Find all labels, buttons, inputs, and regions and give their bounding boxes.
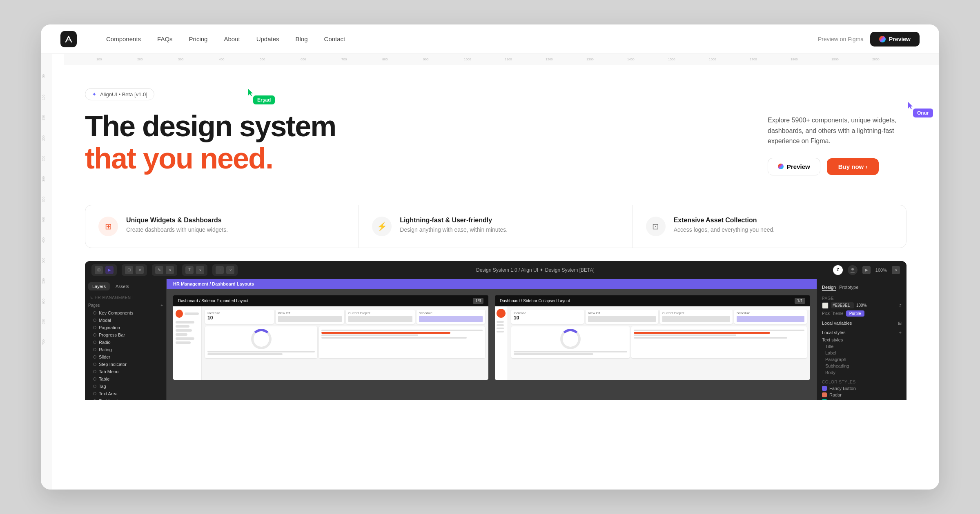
sidebar-item-9[interactable]: Table [85,375,166,383]
tab-design[interactable]: Design [822,284,836,291]
sidebar-item-0[interactable]: Key Components [85,309,166,317]
local-styles-icon[interactable]: + [899,330,902,335]
sidebar-item-10[interactable]: Tag [85,383,166,390]
sidebar-item-8[interactable]: Tab Menu [85,368,166,375]
page-color-input[interactable] [831,302,854,308]
toolbar-group-1: ⊞ ▶ [91,264,117,276]
hero-main: The design system that you need. Onur [85,110,906,175]
site-logo[interactable] [60,31,77,47]
nav-updates[interactable]: Updates [250,32,286,46]
local-styles-label: Local styles [822,330,845,335]
hero-description: Explore 5900+ components, unique widgets… [768,115,906,146]
canvas-frame-1: Dashboard / Sidebar Expanded Layout 1/3 [173,295,488,380]
cursor-erşad: Erşad [248,89,255,99]
theme-chip[interactable]: Purple [846,310,864,317]
local-style-label: Label [825,350,902,356]
local-vars-icon[interactable]: ⊞ [898,321,902,326]
panel-fill-row: 100% ↺ [822,302,902,309]
sidebar-item-11[interactable]: Text Area [85,390,166,397]
toolbar-chevron2-icon[interactable]: ∨ [166,266,174,274]
preview-button[interactable]: Preview [870,32,920,47]
toolbar-right: Z ▶ 100% ∨ [833,265,900,275]
color-swatch-1 [822,392,827,397]
figma-canvas: HR Management / Dashboard Layouts Dashbo… [167,279,817,400]
svg-point-0 [851,268,854,270]
frame1-sidebar [173,306,202,380]
hero-preview-button[interactable]: Preview [768,158,820,175]
refresh-icon[interactable]: ↺ [898,303,902,308]
feature-item-0: ⊞ Unique Widgets & Dashboards Create das… [85,205,359,248]
tab-prototype[interactable]: Prototype [839,284,858,291]
toolbar-pen-icon[interactable]: ✎ [155,266,163,274]
frame2-header: Dashboard / Sidebar Collapsed Layout 1/1 [495,295,810,306]
hero-section: ✦ AlignUI • Beta [v1.0] Erşad The design… [52,65,939,192]
toolbar-chevron3-icon[interactable]: ∨ [196,266,204,274]
toolbar-play2-icon[interactable]: ▶ [862,266,871,274]
toolbar-chevron5-icon[interactable]: ∨ [892,266,900,274]
nav-about[interactable]: About [217,32,246,46]
nav-contact[interactable]: Contact [318,32,352,46]
panel-theme-row: Pick Theme Purple [822,310,902,317]
toolbar-chevron4-icon[interactable]: ∨ [226,266,234,274]
feature-text-0: Unique Widgets & Dashboards Create dashb… [126,217,228,233]
color-styles-label: Color styles [822,380,902,384]
feature-text-1: Lightning-fast & User-friendly Design an… [400,217,508,233]
sidebar-item-7[interactable]: Step Indicator [85,361,166,368]
browser-window: Components FAQs Pricing About Updates Bl… [41,24,939,490]
local-style-body: Body [825,369,902,376]
sidebar-tabs: Layers Assets [85,282,166,290]
hero-title-line2: that you need. [85,142,768,175]
tab-assets[interactable]: Assets [111,282,133,290]
preview-hint: Preview on Figma [818,36,864,42]
hero-buy-button[interactable]: Buy now › [827,158,879,175]
sidebar-item-5[interactable]: Rating [85,346,166,353]
toolbar-grid-icon[interactable]: :: [216,266,224,274]
nav-blog[interactable]: Blog [289,32,314,46]
toolbar-group-3: ✎ ∨ [152,264,177,276]
sidebar-item-3[interactable]: Progress Bar [85,331,166,339]
tab-layers[interactable]: Layers [88,282,110,290]
sidebar-item-1[interactable]: Modal [85,317,166,324]
local-style-paragraph: Paragraph [825,356,902,363]
sidebar-item-4[interactable]: Radio [85,339,166,346]
frame1-badge: 1/3 [473,298,483,304]
local-style-title: Title [825,343,902,350]
toolbar-group-5: :: ∨ [212,264,238,276]
sidebar-item-6[interactable]: Slider [85,353,166,361]
hero-right: Onur Explore 5900+ components, unique wi… [768,110,906,175]
sidebar-item-12[interactable]: Text Input [85,397,166,400]
toolbar-avatar[interactable] [848,265,858,275]
frame1-main: Increase 10 View Off [202,306,488,380]
toolbar-text-icon[interactable]: T [185,266,194,274]
hero-title-line1: The design system [85,110,768,142]
sidebar-section: ↳ HR Management [85,294,166,301]
toolbar-chevron-icon[interactable]: ∨ [136,266,144,274]
nav-faqs[interactable]: FAQs [151,32,179,46]
sparkle-icon: ✦ [92,91,97,97]
navbar-right: Preview on Figma Preview [818,32,920,47]
page-label: Page [822,296,902,301]
feature-icon-1: ⚡ [372,217,392,236]
nav-pricing[interactable]: Pricing [183,32,214,46]
frame1-content: Increase 10 View Off [173,306,488,380]
add-page-icon[interactable]: + [160,303,163,308]
nav-components[interactable]: Components [100,32,147,46]
beta-badge: ✦ AlignUI • Beta [v1.0] [85,88,154,100]
toolbar-play-icon[interactable]: ▶ [105,266,114,274]
figma-toolbar: ⊞ ▶ ⊡ ∨ ✎ ∨ T ∨ [85,261,906,279]
figma-sidebar: Layers Assets ↳ HR Management Pages + Ke… [85,279,167,400]
local-style-subheading: Subheading [825,363,902,369]
color-item-1: Radar [822,392,902,397]
zoom-level: 100% [875,268,887,273]
color-item-0: Fancy Button [822,386,902,391]
sidebar-item-2[interactable]: Pagination [85,324,166,331]
toolbar-logo: Z [833,265,843,275]
toolbar-frame-icon[interactable]: ⊡ [125,266,133,274]
panel-section-local-styles: Local styles + Text styles Title Label P… [822,330,902,376]
feature-title-1: Lightning-fast & User-friendly [400,217,508,224]
breadcrumb: Design System 1.0 / Align UI ✦ Design Sy… [476,267,595,273]
page-color-swatch[interactable] [822,302,829,309]
feature-icon-2: ⊡ [646,217,666,236]
toolbar-move-icon[interactable]: ⊞ [95,266,103,274]
ruler-top: 100 200 300 400 500 600 700 800 900 1000… [64,54,939,65]
